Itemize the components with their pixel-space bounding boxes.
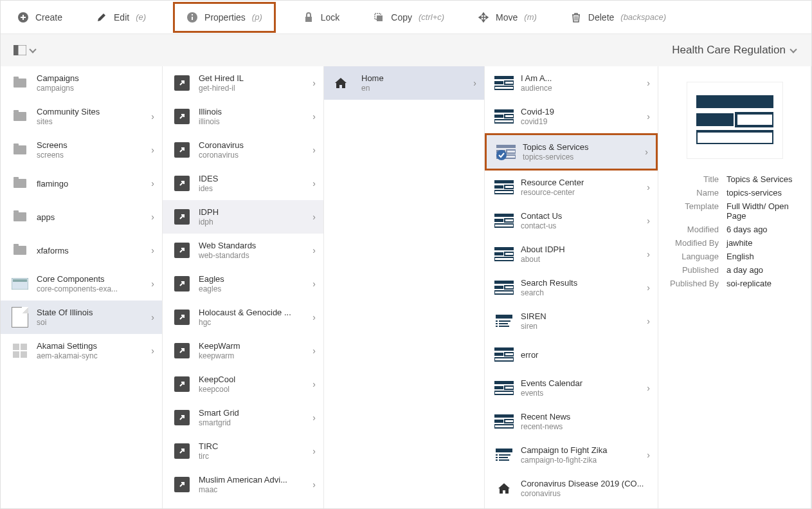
list-item[interactable]: Contact Us contact-us › (485, 204, 658, 237)
folder-icon (10, 106, 30, 127)
row-title: State Of Illinois (37, 308, 147, 317)
meta-row: Published a day ago (669, 265, 800, 275)
list-item[interactable]: Holocaust & Genocide ... hgc › (163, 301, 323, 334)
lock-button[interactable]: Lock (296, 8, 347, 27)
list-item[interactable]: SIREN siren › (485, 304, 658, 338)
svg-rect-6 (377, 15, 383, 21)
list-item[interactable]: Campaign to Fight Zika campaign-to-fight… (485, 438, 658, 472)
list-item[interactable]: IDPH idph › (163, 200, 323, 234)
row-text: Campaign to Fight Zika campaign-to-fight… (521, 445, 643, 465)
redirect-icon (172, 140, 192, 160)
list-item[interactable]: Community Sites sites › (1, 100, 162, 133)
svg-rect-42 (496, 320, 498, 322)
list-item[interactable]: I Am A... audience › (485, 66, 658, 100)
row-text: SIREN siren (521, 311, 643, 331)
list-item[interactable]: apps › (1, 200, 162, 234)
row-sub: covid19 (521, 117, 643, 126)
list-item[interactable]: Campaigns campaigns (1, 66, 162, 100)
svg-rect-38 (494, 286, 503, 289)
delete-button[interactable]: Delete (backspace) (564, 8, 672, 27)
row-title: error (521, 350, 650, 360)
view-switcher[interactable] (14, 45, 35, 55)
list-item[interactable]: Coronavirus coronavirus › (163, 133, 323, 167)
list-item[interactable]: error (485, 338, 658, 371)
list-item[interactable]: Topics & Services topics-services › (487, 135, 656, 169)
svg-rect-46 (496, 326, 498, 327)
list-item[interactable]: Search Results search › (485, 271, 658, 304)
list-item[interactable]: Coronavirus Disease 2019 (CO... coronavi… (485, 472, 658, 505)
plus-circle-icon (17, 12, 29, 23)
list-item[interactable]: Screens screens › (1, 133, 162, 167)
row-text: About IDPH about (521, 245, 643, 264)
row-sub: recent-news (521, 422, 650, 431)
list-item[interactable]: Eagles eagles › (163, 267, 323, 301)
svg-rect-52 (494, 381, 514, 384)
list-item[interactable]: Covid-19 covid19 › (485, 100, 658, 133)
row-sub: coronavirus (521, 489, 650, 498)
properties-button[interactable]: Properties (p) (173, 2, 276, 33)
list-item[interactable]: Recent News recent-news (485, 405, 658, 438)
chevron-right-icon: › (312, 212, 316, 222)
list-item[interactable]: Smart Grid smartgrid › (163, 401, 323, 434)
template-icon (494, 73, 514, 93)
row-title: Illinois (199, 107, 309, 116)
list-item[interactable]: xfaforms › (1, 234, 162, 267)
svg-rect-56 (494, 414, 514, 418)
create-button[interactable]: Create (11, 8, 69, 27)
list-item[interactable]: CWEA cwea › (163, 501, 323, 508)
row-text: TIRC tirc (199, 441, 309, 461)
svg-rect-47 (499, 326, 509, 327)
row-text: apps (37, 212, 147, 222)
row-title: Campaigns (37, 73, 154, 83)
row-sub: campaigns (37, 84, 154, 93)
chevron-right-icon: › (151, 245, 154, 255)
copy-button[interactable]: Copy (ctrl+c) (366, 8, 451, 27)
svg-rect-36 (494, 257, 514, 261)
chevron-right-icon: › (312, 245, 316, 255)
list-item[interactable]: State Of Illinois soi › (1, 301, 162, 334)
list-item[interactable]: Muslim American Advi... maac › (163, 468, 323, 501)
row-text: Akamai Settings aem-akamai-sync (37, 341, 147, 360)
row-sub: resource-center (521, 188, 643, 197)
chevron-down-icon (29, 46, 36, 53)
move-shortcut: (m) (524, 12, 537, 22)
list-item[interactable]: KeepWarm keepwarm › (163, 334, 323, 367)
meta-label: Modified By (669, 238, 726, 248)
breadcrumb[interactable]: Health Care Regulation (672, 44, 796, 57)
properties-label: Properties (204, 12, 246, 23)
list-item[interactable]: About IDPH about › (485, 237, 658, 271)
chevron-right-icon: › (647, 182, 650, 192)
svg-rect-28 (494, 190, 514, 194)
row-sub: web-standards (199, 251, 309, 260)
edit-button[interactable]: Edit (e) (89, 8, 152, 27)
list-item[interactable]: Events Calendar events › (485, 371, 658, 405)
meta-label: Published By (669, 279, 726, 288)
list-item[interactable]: flamingo › (1, 167, 162, 200)
svg-rect-54 (505, 386, 514, 389)
list-item[interactable]: Web Standards web-standards › (163, 234, 323, 267)
row-text: IDES ides (199, 174, 309, 193)
chevron-right-icon: › (647, 450, 650, 460)
list-item[interactable]: Get Hired IL get-hired-il › (163, 66, 323, 100)
trash-icon (570, 12, 582, 23)
list-item[interactable]: TIRC tirc › (163, 434, 323, 468)
template-icon (494, 411, 514, 432)
template-thumbnail (687, 82, 783, 159)
row-sub: sites (37, 117, 147, 126)
move-button[interactable]: Move (m) (471, 8, 543, 27)
list-item[interactable]: Home en › (324, 66, 484, 100)
list-item[interactable]: Akamai Settings aem-akamai-sync › (1, 334, 162, 367)
list-item[interactable]: Illinois illinois › (163, 100, 323, 133)
template-icon (494, 210, 514, 231)
meta-label: Template (669, 201, 726, 221)
folder-icon (10, 140, 30, 160)
list-item[interactable]: Core Components core-components-exa... › (1, 267, 162, 301)
list-item[interactable]: KeepCool keepcool › (163, 367, 323, 401)
meta-label: Name (669, 188, 726, 198)
row-title: Muslim American Advi... (199, 475, 309, 485)
list-item[interactable]: IDES ides › (163, 167, 323, 200)
list-item[interactable]: Resource Center resource-center › (485, 171, 658, 204)
meta-value: Topics & Services (726, 174, 800, 184)
meta-label: Language (669, 252, 726, 261)
chevron-right-icon: › (312, 178, 316, 189)
